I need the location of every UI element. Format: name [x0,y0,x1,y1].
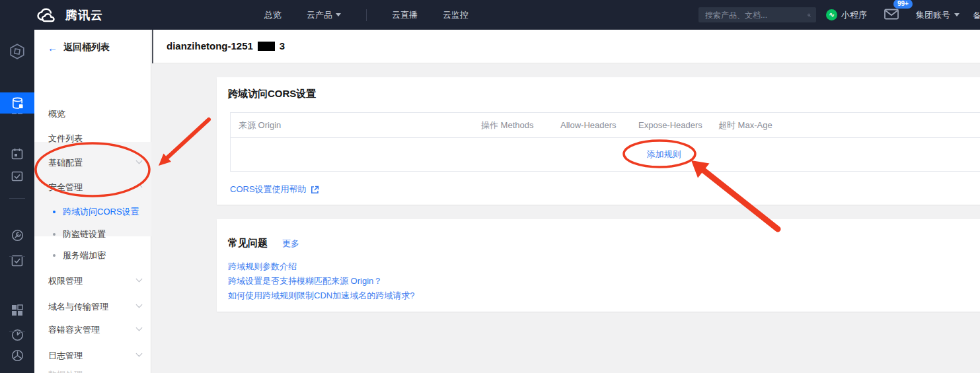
search-box[interactable] [698,7,816,22]
unread-count-badge: 99+ [893,0,913,9]
faq-title: 常见问题 [228,237,268,250]
nav-overview[interactable]: 总览 [264,9,282,21]
redaction-box [258,42,275,51]
search-input[interactable] [698,11,808,20]
top-navbar: 腾讯云 总览 云产品 云直播 云监控 ∿ 小程序 99+ 集团账号 [0,0,980,30]
column-header-origin: 来源 Origin [231,119,473,131]
sidebar-item-security-management[interactable]: 安全管理 [34,180,151,193]
calendar-icon[interactable] [0,143,34,165]
back-label: 返回桶列表 [63,42,110,53]
mini-program-label: 小程序 [841,9,867,21]
sidebar-item-hotlink-protection[interactable]: 防盗链设置 [34,227,151,240]
mini-program-entry[interactable]: ∿ 小程序 [826,9,867,21]
group-account-menu[interactable]: 集团账号 [916,9,960,21]
sidebar-item-cors-settings[interactable]: 跨域访问CORS设置 [34,205,151,218]
bucket-header: dianzihetong-1251 3 [152,30,980,63]
audit-checkbox-icon[interactable] [0,250,34,272]
faq-card: 常见问题 更多 跨域规则参数介绍 跨域设置是否支持模糊匹配来源 Origin？ … [217,219,980,312]
cors-help-link[interactable]: CORS设置使用帮助 [230,184,319,195]
console-logo-icon[interactable] [0,38,34,65]
service-icon-rail [0,30,34,373]
nav-css-live[interactable]: 云直播 [392,9,418,21]
cors-table-header-row: 来源 Origin 操作 Methods Allow-Headers Expos… [231,113,980,138]
add-rule-button[interactable]: 添加规则 [647,149,681,160]
top-navigation: 总览 云产品 云直播 云监控 [264,0,469,30]
bucket-sidebar: ← 返回桶列表 概览 文件列表 基础配置 安全管理 跨域访问CORS设置 防盗链… [34,30,151,373]
sidebar-item-permission-management[interactable]: 权限管理 [34,274,151,287]
annotation-arrowhead-sidebar [159,154,171,166]
sidebar-item-data-processing[interactable]: 数据处理 [34,368,151,373]
group-account-label: 集团账号 [916,9,950,21]
chevron-down-icon [136,302,143,308]
cors-rules-table: 来源 Origin 操作 Methods Allow-Headers Expos… [230,112,980,172]
annotation-arrow-sidebar [168,119,209,157]
external-link-icon [311,186,319,194]
message-center[interactable]: 99+ [884,9,899,22]
chevron-up-icon [136,184,143,191]
column-header-allow-headers: Allow-Headers [552,120,630,130]
rail-divider [9,256,25,257]
column-header-methods: 操作 Methods [473,119,552,131]
chevron-down-icon [136,158,143,164]
faq-link-cors-params[interactable]: 跨域规则参数介绍 [228,261,297,273]
mail-icon [884,9,899,20]
chevron-down-icon [954,13,960,17]
faq-link-cdn-restrict[interactable]: 如何使用跨域规则限制CDN加速域名的跨域请求? [228,290,414,302]
chevron-down-icon [136,276,143,283]
sidebar-item-basic-config[interactable]: 基础配置 [34,156,151,169]
rail-divider [9,331,25,332]
bucket-title: dianzihetong-1251 3 [167,40,285,51]
cloud-logo-icon [36,8,59,22]
storage-bucket-icon[interactable] [0,92,34,114]
org-structure-icon[interactable] [0,344,34,366]
chevron-down-icon [336,13,341,17]
sidebar-item-file-list[interactable]: 文件列表 [34,131,151,145]
bucket-name-prefix: dianzihetong-1251 [167,40,253,51]
apps-grid-icon[interactable] [0,299,34,322]
toolbox-icon[interactable] [0,224,34,246]
cors-settings-card: 跨域访问CORS设置 来源 Origin 操作 Methods Allow-He… [217,77,980,205]
beian-partial-label[interactable]: 备 [973,10,980,22]
faq-more-link[interactable]: 更多 [282,238,299,250]
back-arrow-icon: ← [48,42,57,53]
chevron-down-icon [136,325,143,331]
bullet-icon [53,211,56,213]
chevron-down-icon [136,351,143,357]
sidebar-item-server-side-encryption[interactable]: 服务端加密 [34,248,151,261]
bullet-icon [53,233,56,236]
column-header-max-age: 超时 Max-Age [710,119,980,131]
sidebar-item-domain-transfer[interactable]: 域名与传输管理 [34,300,151,313]
topbar-right-tools: ∿ 小程序 99+ 集团账号 [826,0,960,30]
media-review-icon[interactable] [0,165,34,187]
monitor-gauge-icon[interactable] [0,323,34,346]
nav-cloud-products[interactable]: 云产品 [307,9,341,21]
column-header-expose-headers: Expose-Headers [630,120,710,130]
cors-help-label: CORS设置使用帮助 [230,184,307,195]
cors-card-title: 跨域访问CORS设置 [228,88,316,100]
nav-divider [366,9,367,21]
search-icon[interactable] [808,11,811,20]
sidebar-item-fault-tolerance[interactable]: 容错容灾管理 [34,323,151,336]
sidebar-item-log-management[interactable]: 日志管理 [34,349,151,362]
mini-program-icon: ∿ [826,9,837,20]
faq-link-fuzzy-origin[interactable]: 跨域设置是否支持模糊匹配来源 Origin？ [228,275,382,287]
brand-name: 腾讯云 [65,7,103,23]
sidebar-resize-handle[interactable] [152,30,153,63]
bucket-name-suffix: 3 [280,40,285,51]
rail-divider [9,198,25,199]
empty-rules-row: 添加规则 [231,138,980,171]
bullet-icon [53,254,56,257]
tencent-cloud-logo[interactable]: 腾讯云 [36,0,103,30]
sidebar-item-overview[interactable]: 概览 [34,107,151,120]
back-to-bucket-list[interactable]: ← 返回桶列表 [48,42,110,53]
nav-cloud-monitor[interactable]: 云监控 [443,9,469,21]
